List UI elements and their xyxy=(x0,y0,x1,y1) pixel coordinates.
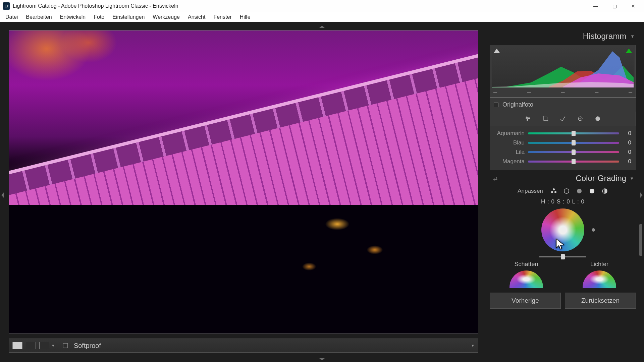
slider-thumb[interactable] xyxy=(561,254,565,259)
slider-track[interactable] xyxy=(528,132,619,134)
previous-button[interactable]: Vorherige xyxy=(490,293,561,309)
menu-window[interactable]: Fenster xyxy=(210,13,235,21)
edit-sliders-tool-icon[interactable] xyxy=(524,115,532,122)
adjust-label: Anpassen xyxy=(518,188,543,194)
cg-view-highlights-icon[interactable] xyxy=(589,188,595,194)
slider-blau[interactable]: Blau 0 xyxy=(494,138,631,147)
svg-point-3 xyxy=(578,117,582,121)
app-icon: Lr xyxy=(3,2,10,10)
shadows-label: Schatten xyxy=(514,261,538,267)
menu-view[interactable]: Ansicht xyxy=(184,13,209,21)
color-grading-midtones-wheel[interactable] xyxy=(541,208,584,251)
color-grading-mini-wheels: Schatten Lichter xyxy=(490,261,636,288)
menu-settings[interactable]: Einstellungen xyxy=(109,13,148,21)
color-wheel-luminance-dot[interactable] xyxy=(592,228,595,232)
slider-value[interactable]: 0 xyxy=(623,130,631,137)
view-mode-loupe-button[interactable] xyxy=(12,342,22,349)
color-wheel-knob[interactable] xyxy=(560,227,566,233)
slider-aquamarin[interactable]: Aquamarin 0 xyxy=(494,129,631,138)
photo-canvas[interactable] xyxy=(9,30,478,334)
menu-photo[interactable]: Foto xyxy=(90,13,108,21)
slider-thumb[interactable] xyxy=(572,140,576,145)
cg-view-midtones-icon[interactable] xyxy=(576,188,583,194)
histogram-collapse-icon[interactable]: ▼ xyxy=(630,34,635,39)
original-photo-checkbox[interactable] xyxy=(494,103,498,107)
healing-tool-icon[interactable] xyxy=(559,115,567,122)
cg-view-shadows-icon[interactable] xyxy=(563,188,570,194)
slider-lila[interactable]: Lila 0 xyxy=(494,147,631,157)
slider-track[interactable] xyxy=(528,142,619,144)
original-photo-row[interactable]: Originalfoto xyxy=(490,98,636,112)
cg-view-3way-icon[interactable] xyxy=(550,188,557,194)
menu-edit[interactable]: Bearbeiten xyxy=(22,13,55,21)
color-grading-title: Color-Grading xyxy=(576,174,626,183)
original-photo-label: Originalfoto xyxy=(502,101,533,108)
panel-switch-icon[interactable]: ⇄ xyxy=(493,175,497,182)
slider-track[interactable] xyxy=(528,151,619,153)
view-mode-dropdown-icon[interactable]: ▼ xyxy=(51,344,55,348)
menu-file[interactable]: Datei xyxy=(2,13,21,21)
color-grading-shadows-wheel[interactable] xyxy=(509,270,543,288)
hsl-sliders: Aquamarin 0 Blau 0 Lila 0 Magenta 0 xyxy=(490,126,636,170)
slider-value[interactable]: 0 xyxy=(623,139,631,146)
canvas-toolbar: ▼ Softproof ▼ xyxy=(9,339,478,353)
masking-tool-icon[interactable] xyxy=(594,115,601,122)
slider-label: Magenta xyxy=(494,158,525,165)
reveal-top-panel-icon[interactable] xyxy=(319,25,325,28)
reset-button[interactable]: Zurücksetzen xyxy=(565,293,636,309)
slider-label: Aquamarin xyxy=(494,130,525,137)
svg-point-11 xyxy=(590,189,594,193)
reveal-left-panel-icon[interactable] xyxy=(1,192,4,198)
svg-point-8 xyxy=(553,188,555,190)
histogram-title: Histogramm xyxy=(583,32,626,41)
svg-point-4 xyxy=(580,118,581,119)
softproof-checkbox[interactable] xyxy=(63,343,68,348)
color-grading-hsl-readout: H : 0 S : 0 L : 0 xyxy=(490,197,636,208)
workspace: ▼ Softproof ▼ Histogramm ▼ xyxy=(0,22,644,362)
softproof-label: Softproof xyxy=(74,342,101,350)
cg-view-global-icon[interactable] xyxy=(601,188,608,194)
view-mode-before-after-lr-button[interactable] xyxy=(26,342,36,349)
color-grading-highlights-wheel[interactable] xyxy=(583,270,616,288)
slider-thumb[interactable] xyxy=(572,159,576,164)
redeye-tool-icon[interactable] xyxy=(577,115,584,122)
slider-magenta[interactable]: Magenta 0 xyxy=(494,157,631,166)
color-grading-adjust-row: Anpassen xyxy=(490,186,636,197)
window-maximize-button[interactable]: ▢ xyxy=(605,0,624,12)
mouse-cursor-icon xyxy=(555,238,567,251)
photo-river-region xyxy=(9,205,478,334)
right-panel: Histogramm ▼ ––––– Ori xyxy=(490,29,636,357)
histogram[interactable] xyxy=(492,47,634,87)
slider-track[interactable] xyxy=(528,161,619,163)
view-mode-before-after-tb-button[interactable] xyxy=(39,342,49,349)
svg-point-6 xyxy=(551,191,553,193)
window-minimize-button[interactable]: — xyxy=(586,0,605,12)
slider-thumb[interactable] xyxy=(572,131,576,136)
slider-thumb[interactable] xyxy=(572,149,576,155)
midtones-luminance-slider[interactable] xyxy=(539,256,586,257)
reveal-right-panel-icon[interactable] xyxy=(640,192,643,198)
crop-tool-icon[interactable] xyxy=(542,115,549,122)
menu-develop[interactable]: Entwickeln xyxy=(57,13,89,21)
window-close-button[interactable]: ✕ xyxy=(624,0,643,12)
slider-label: Blau xyxy=(494,139,525,146)
slider-label: Lila xyxy=(494,149,525,156)
histogram-header[interactable]: Histogramm ▼ xyxy=(490,29,636,45)
toolbar-more-dropdown-icon[interactable]: ▼ xyxy=(471,344,475,348)
svg-point-7 xyxy=(554,191,556,193)
highlights-label: Lichter xyxy=(590,261,608,267)
window-title: Lightroom Catalog - Adobe Photoshop Ligh… xyxy=(13,3,178,9)
color-grading-header[interactable]: ⇄ Color-Grading ▼ xyxy=(490,170,636,186)
histogram-box: ––––– xyxy=(490,45,636,98)
menu-help[interactable]: Hilfe xyxy=(236,13,254,21)
panel-scrollbar[interactable] xyxy=(639,224,642,256)
svg-point-10 xyxy=(577,189,582,193)
color-grading-collapse-icon[interactable]: ▼ xyxy=(630,176,634,181)
menu-tools[interactable]: Werkzeuge xyxy=(149,13,183,21)
slider-value[interactable]: 0 xyxy=(623,149,631,156)
reveal-filmstrip-icon[interactable] xyxy=(319,358,325,361)
menu-bar: Datei Bearbeiten Entwickeln Foto Einstel… xyxy=(0,12,644,22)
slider-value[interactable]: 0 xyxy=(623,158,631,165)
histogram-zone-ticks: ––––– xyxy=(492,87,634,96)
window-titlebar: Lr Lightroom Catalog - Adobe Photoshop L… xyxy=(0,0,644,12)
